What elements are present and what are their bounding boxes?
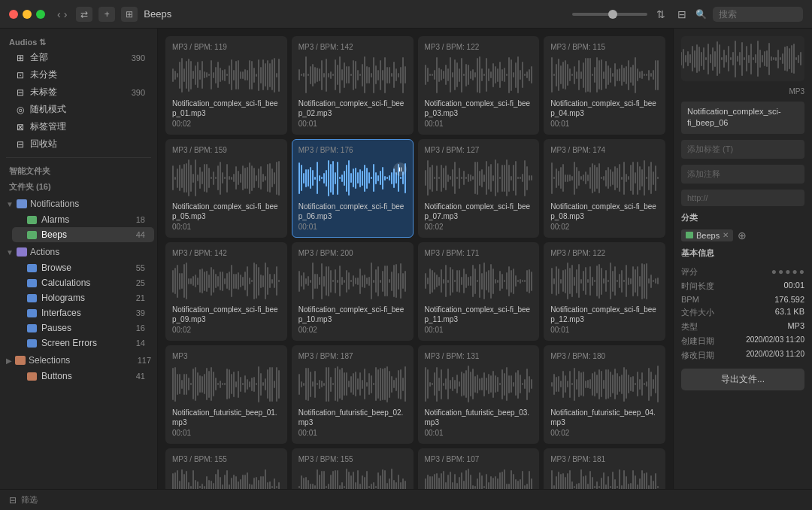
waveform bbox=[172, 466, 280, 489]
audio-card[interactable]: MP3 / BPM: 119Notification_complex_sci-f… bbox=[165, 36, 287, 135]
actions-label: Actions bbox=[30, 247, 59, 257]
modified-value: 2020/02/03 11:20 bbox=[746, 350, 804, 361]
divider-1 bbox=[6, 157, 151, 158]
actions-children: Browse 55 Calculations 25 Holograms 21 I… bbox=[0, 260, 157, 351]
audio-card[interactable]: MP3 / BPM: 115Notification_complex_sci-f… bbox=[544, 36, 665, 135]
star-3[interactable]: ● bbox=[785, 266, 790, 278]
alarms-count: 18 bbox=[136, 215, 145, 224]
audio-card[interactable]: MP3 / BPM: 174Notification_complex_sci-f… bbox=[544, 139, 665, 238]
star-1[interactable]: ● bbox=[771, 266, 777, 278]
audio-meta: MP3 / BPM: 187 bbox=[298, 352, 407, 360]
sidebar-item-holograms[interactable]: Holograms 21 bbox=[12, 290, 154, 305]
filter-button[interactable]: ⊟ bbox=[674, 7, 689, 22]
add-button[interactable]: + bbox=[98, 7, 115, 22]
all-icon: ⊞ bbox=[15, 53, 26, 63]
holograms-count: 21 bbox=[136, 293, 145, 302]
sidebar-toggle-button[interactable]: ⇄ bbox=[76, 7, 92, 22]
audio-meta: MP3 / BPM: 155 bbox=[298, 455, 407, 463]
category-remove-button[interactable]: ✕ bbox=[723, 231, 729, 239]
audio-duration: 00:01 bbox=[298, 223, 407, 231]
export-button[interactable]: 导出文件... bbox=[681, 369, 804, 390]
audio-card[interactable]: MP3 / BPM: 187Notification_futuristic_be… bbox=[292, 345, 414, 444]
notifications-folder-icon bbox=[17, 199, 27, 208]
forward-icon[interactable]: › bbox=[64, 8, 68, 20]
search-input[interactable] bbox=[713, 7, 803, 22]
play-button[interactable]: ⏸ bbox=[393, 162, 407, 176]
sidebar-item-buttons[interactable]: Buttons 41 bbox=[12, 369, 154, 384]
audio-card[interactable]: MP3 / BPM: 122Notification_complex_sci-f… bbox=[544, 242, 665, 341]
sidebar-item-random[interactable]: ◎ 随机模式 bbox=[3, 101, 154, 118]
sort-button[interactable]: ⇅ bbox=[653, 7, 668, 22]
audio-meta: MP3 / BPM: 142 bbox=[172, 249, 280, 257]
audio-card[interactable]: MP3 / BPM: 142Notification_complex_sci-f… bbox=[165, 242, 287, 341]
filter-label: 筛选 bbox=[21, 494, 38, 505]
sidebar-item-interfaces[interactable]: Interfaces 39 bbox=[12, 305, 154, 320]
audio-card[interactable]: MP3 / BPM: 155Notification_futuristic_be… bbox=[292, 448, 414, 489]
nav-arrows[interactable]: ‹ › bbox=[57, 8, 67, 20]
audio-card[interactable]: MP3 / BPM: 142Notification_complex_sci-f… bbox=[292, 36, 414, 135]
audio-card[interactable]: MP3 / BPM: 180Notification_futuristic_be… bbox=[544, 345, 665, 444]
audio-card[interactable]: MP3 / BPM: 159Notification_complex_sci-f… bbox=[165, 139, 287, 238]
waveform bbox=[425, 260, 533, 302]
sidebar-item-browse[interactable]: Browse 55 bbox=[12, 260, 154, 275]
audio-meta: MP3 / BPM: 122 bbox=[550, 249, 659, 257]
sidebar-item-alarms[interactable]: Alarms 18 bbox=[12, 212, 154, 227]
maximize-button[interactable] bbox=[36, 10, 45, 19]
category-add-button[interactable]: ⊕ bbox=[738, 229, 747, 241]
star-2[interactable]: ● bbox=[778, 266, 783, 278]
audio-card[interactable]: MP3 / BPM: 122Notification_complex_sci-f… bbox=[418, 36, 540, 135]
sidebar-item-screen-errors[interactable]: Screen Errors 14 bbox=[12, 335, 154, 351]
folders-label: 文件夹 (16) bbox=[0, 178, 157, 194]
sidebar-item-untagged[interactable]: ⊟ 未标签 390 bbox=[3, 83, 154, 101]
audio-card[interactable]: MP3 / BPM: 127Notification_complex_sci-f… bbox=[418, 139, 540, 238]
sidebar-item-trash[interactable]: ⊟ 回收站 bbox=[3, 135, 154, 153]
audio-card[interactable]: MP3 / BPM: 176⏸Notification_complex_sci-… bbox=[292, 139, 414, 238]
audio-filename: Notification_futuristic_beep_02.mp3 bbox=[298, 408, 407, 427]
audio-card[interactable]: MP3Notification_futuristic_beep_01.mp300… bbox=[165, 345, 287, 444]
alarms-label: Alarms bbox=[41, 214, 69, 225]
audio-duration: 00:01 bbox=[425, 326, 533, 334]
back-icon[interactable]: ‹ bbox=[57, 8, 61, 20]
star-rating[interactable]: ● ● ● ● ● bbox=[771, 266, 804, 278]
audio-card[interactable]: MP3 / BPM: 181Notification_futuristic_be… bbox=[544, 448, 665, 489]
sidebar-item-uncategorized[interactable]: ⊡ 未分类 bbox=[3, 66, 154, 83]
sidebar: Audios ⇅ ⊞ 全部 390 ⊡ 未分类 ⊟ 未标签 390 ◎ 随机模式… bbox=[0, 29, 158, 489]
size-label: 文件大小 bbox=[681, 307, 714, 318]
note-input[interactable]: 添加注释 bbox=[681, 165, 804, 184]
close-button[interactable] bbox=[9, 10, 18, 19]
group-selections[interactable]: ▶ Selections 117 bbox=[0, 352, 157, 367]
audio-card[interactable]: MP3 / BPM: 131Notification_futuristic_be… bbox=[418, 345, 540, 444]
buttons-count: 41 bbox=[136, 372, 145, 381]
sidebar-item-tags[interactable]: ⊠ 标签管理 bbox=[3, 118, 154, 135]
beeps-label: Beeps bbox=[41, 229, 67, 240]
trash-icon: ⊟ bbox=[15, 139, 26, 150]
group-actions[interactable]: ▼ Actions bbox=[0, 244, 157, 259]
category-name: Beeps bbox=[696, 231, 720, 240]
star-4[interactable]: ● bbox=[792, 266, 798, 278]
audio-filename: Notification_complex_sci-fi_beep_11.mp3 bbox=[425, 305, 533, 324]
waveform bbox=[425, 466, 533, 489]
browse-icon bbox=[27, 264, 37, 272]
audio-meta: MP3 / BPM: 171 bbox=[425, 249, 533, 257]
random-icon: ◎ bbox=[15, 105, 26, 115]
sidebar-item-all[interactable]: ⊞ 全部 390 bbox=[3, 49, 154, 66]
audio-card[interactable]: MP3 / BPM: 171Notification_complex_sci-f… bbox=[418, 242, 540, 341]
size-slider[interactable] bbox=[572, 13, 647, 16]
view-button[interactable]: ⊞ bbox=[121, 7, 138, 22]
sidebar-item-beeps[interactable]: Beeps 44 bbox=[12, 227, 154, 242]
audio-card[interactable]: MP3 / BPM: 107Notification_futuristic_be… bbox=[418, 448, 540, 489]
audio-card[interactable]: MP3 / BPM: 155Notification_futuristic_be… bbox=[165, 448, 287, 489]
audio-card[interactable]: MP3 / BPM: 200Notification_complex_sci-f… bbox=[292, 242, 414, 341]
audio-duration: 00:02 bbox=[172, 326, 280, 334]
uncategorized-icon: ⊡ bbox=[15, 70, 26, 80]
group-notifications[interactable]: ▼ Notifications bbox=[0, 196, 157, 211]
url-input[interactable]: http:// bbox=[681, 190, 804, 206]
tag-input[interactable]: 添加标签 (T) bbox=[681, 140, 804, 159]
sidebar-item-pauses[interactable]: Pauses 16 bbox=[12, 320, 154, 335]
star-5[interactable]: ● bbox=[799, 266, 804, 278]
audio-filename: Notification_complex_sci-fi_beep_06.mp3 bbox=[298, 202, 407, 221]
size-value: 63.1 KB bbox=[775, 307, 804, 318]
minimize-button[interactable] bbox=[23, 10, 32, 19]
sidebar-item-calculations[interactable]: Calculations 25 bbox=[12, 275, 154, 290]
bottom-bar: ⊟ 筛选 bbox=[0, 489, 812, 510]
